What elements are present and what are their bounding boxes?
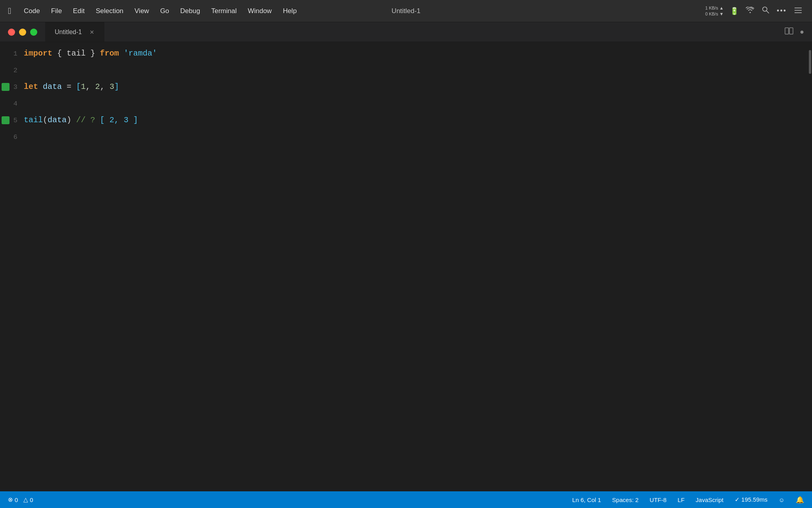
breakpoint-4[interactable]: [2, 100, 10, 108]
more-icon[interactable]: •••: [777, 7, 787, 15]
spaces-indicator[interactable]: Spaces: 2: [612, 496, 639, 503]
menu-file[interactable]: File: [46, 6, 67, 17]
code-line-4: [24, 95, 806, 112]
token-brace-open: {: [52, 45, 67, 62]
token-comma1: ,: [86, 79, 95, 95]
menu-help[interactable]: Help: [278, 6, 301, 17]
svg-rect-6: [789, 28, 793, 34]
token-from: from: [100, 45, 119, 62]
svg-line-1: [767, 11, 769, 13]
gutter-row-3: 3: [0, 79, 24, 95]
apple-icon[interactable]: : [8, 6, 11, 16]
tab-close-icon[interactable]: ✕: [90, 29, 94, 35]
timing-indicator[interactable]: ✓ 195.59ms: [735, 496, 768, 503]
code-line-1: import { tail } from 'ramda': [24, 45, 806, 62]
breakpoint-1[interactable]: [2, 50, 10, 58]
menu-edit[interactable]: Edit: [68, 6, 89, 17]
error-count: 0: [15, 496, 18, 503]
token-ramda: 'ramda': [124, 45, 157, 62]
titlebar-icons: 🔋 •••: [730, 6, 802, 16]
editor-area: 1 2 3 4 5: [0, 42, 812, 491]
token-arr-open: [: [76, 79, 81, 95]
token-space2: [38, 79, 43, 95]
window-title: Untitled-1: [392, 7, 421, 15]
line-number-2: 2: [10, 67, 24, 74]
editor-tab[interactable]: Untitled-1 ✕: [45, 22, 104, 42]
token-2: 2: [95, 79, 100, 95]
breakpoint-2[interactable]: [2, 66, 10, 74]
gutter-row-4: 4: [0, 95, 24, 112]
gutter-row-6: 6: [0, 129, 24, 145]
line-number-1: 1: [10, 50, 24, 58]
cursor-position[interactable]: Ln 6, Col 1: [572, 496, 601, 503]
token-comment: // ?: [76, 112, 100, 129]
menu-window[interactable]: Window: [243, 6, 276, 17]
network-stats: 1 KB/s ▲ 0 KB/s ▼: [705, 5, 724, 17]
code-line-2: [24, 62, 806, 79]
tabbar: Untitled-1 ✕ ●: [0, 22, 812, 42]
close-button[interactable]: [8, 29, 15, 36]
traffic-lights: [0, 29, 45, 36]
breakpoint-5[interactable]: [2, 116, 10, 124]
menu-bar: Code File Edit Selection View Go Debug T…: [19, 6, 301, 17]
language-indicator[interactable]: JavaScript: [696, 496, 724, 503]
apple-menu[interactable]:  Code File Edit Selection View Go Debug…: [0, 0, 309, 22]
maximize-button[interactable]: [30, 29, 37, 36]
token-data-var: data: [43, 79, 62, 95]
titlebar-right: 1 KB/s ▲ 0 KB/s ▼ 🔋 •••: [705, 5, 812, 17]
network-down: 0 KB/s ▼: [705, 11, 724, 17]
breakpoint-3[interactable]: [2, 83, 10, 91]
smiley-icon[interactable]: ☺: [779, 496, 785, 503]
tab-label: Untitled-1: [55, 29, 82, 36]
token-eq: =: [62, 79, 76, 95]
token-brace-close: }: [86, 45, 100, 62]
statusbar-left: ⊗ 0 △ 0: [8, 496, 33, 503]
code-content[interactable]: import { tail } from 'ramda' let data = …: [24, 42, 806, 491]
menu-terminal[interactable]: Terminal: [207, 6, 241, 17]
titlebar:  Code File Edit Selection View Go Debug…: [0, 0, 812, 22]
line-number-6: 6: [10, 133, 24, 141]
error-indicator[interactable]: ⊗ 0 △ 0: [8, 496, 33, 503]
line-gutter: 1 2 3 4 5: [0, 42, 24, 491]
token-import: import: [24, 45, 52, 62]
menu-view[interactable]: View: [130, 6, 154, 17]
token-1: 1: [81, 79, 86, 95]
token-result: [ 2, 3 ]: [100, 112, 138, 129]
token-data-arg: data: [48, 112, 67, 129]
token-paren-open: (: [43, 112, 48, 129]
svg-point-0: [763, 7, 767, 12]
minimize-button[interactable]: [19, 29, 26, 36]
notification-icon[interactable]: 🔔: [796, 496, 804, 504]
token-paren-close: ): [67, 112, 76, 129]
token-tail: tail: [67, 45, 86, 62]
line-ending-indicator[interactable]: LF: [678, 496, 685, 503]
line-number-5: 5: [10, 117, 24, 124]
encoding-indicator[interactable]: UTF-8: [650, 496, 667, 503]
network-up: 1 KB/s ▲: [705, 5, 724, 11]
breakpoint-6[interactable]: [2, 133, 10, 141]
warning-icon: △: [23, 496, 28, 503]
statusbar-right: Ln 6, Col 1 Spaces: 2 UTF-8 LF JavaScrip…: [572, 496, 804, 504]
scrollbar-track[interactable]: [806, 42, 812, 491]
token-arr-close: ]: [114, 79, 119, 95]
menu-debug[interactable]: Debug: [176, 6, 205, 17]
line-number-4: 4: [10, 100, 24, 108]
line-number-3: 3: [10, 83, 24, 91]
code-line-5: tail ( data ) // ? [ 2, 3 ]: [24, 112, 806, 129]
warning-count: 0: [30, 496, 33, 503]
menu-code[interactable]: Code: [19, 6, 45, 17]
scrollbar-thumb[interactable]: [809, 50, 811, 74]
dot-icon[interactable]: ●: [800, 28, 804, 36]
menu-go[interactable]: Go: [155, 6, 174, 17]
wifi-icon: [746, 7, 755, 15]
battery-icon: 🔋: [730, 7, 739, 15]
split-editor-icon[interactable]: [785, 27, 793, 37]
code-line-3: let data = [ 1 , 2 , 3 ]: [24, 79, 806, 95]
token-comma2: ,: [100, 79, 109, 95]
menu-selection[interactable]: Selection: [91, 6, 128, 17]
token-space: [119, 45, 124, 62]
search-icon[interactable]: [762, 6, 770, 16]
gutter-row-5: 5: [0, 112, 24, 129]
list-icon[interactable]: [794, 7, 802, 15]
svg-rect-5: [785, 28, 789, 34]
